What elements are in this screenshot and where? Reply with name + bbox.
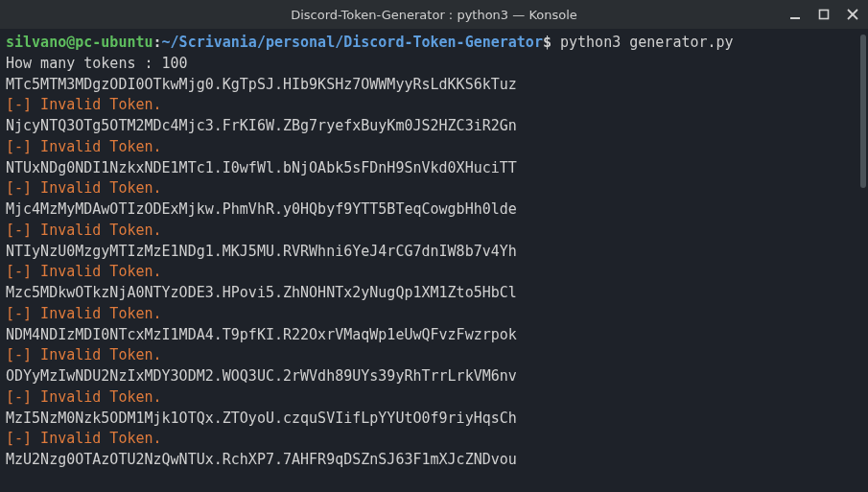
minimize-button[interactable] xyxy=(787,7,803,22)
token-line: NDM4NDIzMDI0NTcxMzI1MDA4.T9pfKI.R22OxrVM… xyxy=(6,325,862,346)
invalid-token-line: [-] Invalid Token. xyxy=(6,137,862,158)
prompt-colon: : xyxy=(153,34,162,51)
prompt-dollar: $ xyxy=(543,34,551,51)
invalid-token-line: [-] Invalid Token. xyxy=(6,95,862,116)
token-line: NTIyNzU0MzgyMTIzMzE1NDg1.MKJ5MU.RVRWhni6… xyxy=(6,242,862,263)
token-line: ODYyMzIwNDU2NzIxMDY3ODM2.WOQ3UC.2rWVdh89… xyxy=(6,366,862,387)
token-line: MzU2Nzg0OTAzOTU2NzQwNTUx.RchXP7.7AHFR9qD… xyxy=(6,450,862,471)
close-button[interactable] xyxy=(845,7,860,22)
prompt-user: silvano xyxy=(6,34,66,51)
scrollbar-thumb[interactable] xyxy=(860,35,866,188)
maximize-button[interactable] xyxy=(816,7,832,22)
svg-rect-1 xyxy=(820,11,829,19)
prompt-command: python3 generator.py xyxy=(551,34,734,51)
prompt-path: ~/Scrivania/personal/Discord-Token-Gener… xyxy=(162,34,543,51)
window-controls xyxy=(787,7,860,22)
input-question-line: How many tokens : 100 xyxy=(6,54,862,75)
invalid-token-line: [-] Invalid Token. xyxy=(6,221,862,242)
token-line: Mzc5MDkwOTkzNjA0NTYzODE3.HPovi5.ZhNOHNTx… xyxy=(6,283,862,304)
invalid-token-line: [-] Invalid Token. xyxy=(6,387,862,409)
token-line: MzI5NzM0Nzk5ODM1Mjk1OTQx.ZTOyoU.czquSVIi… xyxy=(6,409,862,430)
invalid-token-line: [-] Invalid Token. xyxy=(6,304,862,325)
token-line: NTUxNDg0NDI1NzkxNDE1MTc1.I0wfWl.bNjOAbk5… xyxy=(6,158,862,179)
window-title: Discord-Token-Generator : python3 — Kons… xyxy=(291,8,577,22)
invalid-token-line: [-] Invalid Token. xyxy=(6,262,862,283)
titlebar: Discord-Token-Generator : python3 — Kons… xyxy=(0,0,868,29)
token-line: NjcyNTQ3OTg5OTM2MDc4Mjc3.FrKI6W.ZBg7ryef… xyxy=(6,116,862,137)
prompt-host: pc-ubuntu xyxy=(75,34,152,51)
invalid-token-line: [-] Invalid Token. xyxy=(6,178,862,199)
token-line: Mjc4MzMyMDAwOTIzODExMjkw.PhmVhR.y0HQbyf9… xyxy=(6,199,862,221)
prompt-at: @ xyxy=(66,34,75,51)
token-line: MTc5MTM3MDgzODI0OTkwMjg0.KgTpSJ.HIb9KSHz… xyxy=(6,75,862,96)
invalid-token-line: [-] Invalid Token. xyxy=(6,429,862,450)
terminal-viewport[interactable]: silvano@pc-ubuntu:~/Scrivania/personal/D… xyxy=(0,29,868,492)
invalid-token-line: [-] Invalid Token. xyxy=(6,345,862,366)
prompt-line: silvano@pc-ubuntu:~/Scrivania/personal/D… xyxy=(6,33,862,54)
